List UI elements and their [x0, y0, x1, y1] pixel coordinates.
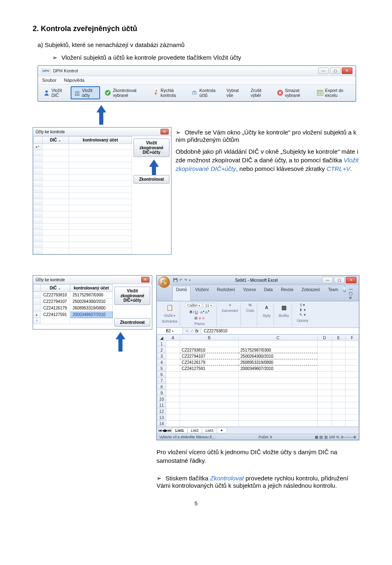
tab-domu[interactable]: Domů — [172, 286, 191, 301]
cell[interactable]: CZ24127591 — [180, 365, 238, 372]
cell[interactable] — [332, 408, 345, 415]
cell[interactable] — [345, 353, 359, 359]
minimize-button[interactable]: — — [322, 277, 333, 283]
zkontrolovat-vybrane-button[interactable]: Zkontrolovat vybrané — [102, 87, 148, 99]
row-header[interactable]: 4 — [157, 359, 166, 365]
cell[interactable] — [317, 402, 332, 408]
cell[interactable] — [166, 378, 180, 384]
zkontrolovat-button[interactable]: Zkontrolovat — [114, 318, 150, 327]
office-button[interactable] — [158, 276, 170, 288]
select-all-cell[interactable]: ◢ — [157, 335, 166, 341]
sheet-tab-list2[interactable]: List2 — [187, 428, 202, 433]
cell[interactable] — [317, 384, 332, 390]
maximize-button[interactable]: ▢ — [330, 67, 341, 74]
menu-soubor[interactable]: Soubor — [42, 78, 56, 83]
spreadsheet-grid[interactable]: ◢ABCDEF 12CZ22793810251752987/03003CZ227… — [157, 334, 359, 427]
row-header[interactable]: 13 — [157, 415, 166, 421]
cell[interactable] — [332, 372, 345, 378]
zkontrolovat-button[interactable]: Zkontrolovat — [134, 175, 169, 184]
tab-team[interactable]: Team — [325, 286, 342, 301]
cell[interactable]: 2500264300/2010 — [238, 353, 317, 359]
name-box[interactable]: B2 ▾ — [157, 328, 183, 334]
close-button[interactable]: ✕ — [342, 67, 352, 74]
cell[interactable] — [317, 396, 332, 402]
paste-icon[interactable]: 📋 — [165, 303, 174, 312]
save-icon[interactable]: 💾 — [173, 278, 178, 282]
row-header[interactable]: 5 — [157, 365, 166, 372]
export-excel-button[interactable]: Export do excelu — [314, 87, 353, 99]
smazat-vybrane-button[interactable]: Smazat vybrané — [274, 87, 312, 99]
cell[interactable] — [180, 372, 238, 378]
border-button[interactable]: ⊞ — [194, 316, 198, 320]
cell[interactable] — [180, 378, 238, 384]
new-sheet-tab[interactable]: ✦ — [216, 428, 227, 433]
menu-napoveda[interactable]: Nápověda — [64, 78, 84, 83]
row-header[interactable]: 9 — [157, 390, 166, 396]
cell[interactable] — [332, 347, 345, 353]
col-ucet[interactable]: kontrolovaný účet — [70, 285, 112, 292]
vlozit-zkopirovane-button[interactable]: Vložit zkopírované DIČ+účty — [114, 287, 150, 305]
cell[interactable] — [332, 390, 345, 396]
italic-button[interactable]: I — [193, 310, 194, 314]
row-header[interactable]: 10 — [157, 396, 166, 402]
cell[interactable] — [166, 384, 180, 390]
vlozit-zkopirovane-button[interactable]: Vložit zkopírované DIČ+účty — [134, 139, 169, 157]
cell[interactable] — [166, 415, 180, 421]
cell[interactable] — [332, 421, 345, 427]
tab-rozlozeni[interactable]: Rozložení — [213, 286, 238, 301]
zoom-in-button[interactable]: ⊕ — [353, 435, 356, 439]
cell[interactable] — [332, 384, 345, 390]
cell[interactable] — [238, 421, 317, 427]
cell[interactable]: 251752987/0300 — [238, 347, 317, 353]
cell[interactable] — [166, 372, 180, 378]
col-header[interactable]: C — [238, 335, 317, 341]
cell[interactable] — [317, 421, 332, 427]
cell[interactable] — [345, 421, 359, 427]
tab-vzorce[interactable]: Vzorce — [240, 286, 260, 301]
sheet-nav-first[interactable]: ⏮ — [158, 428, 162, 433]
row-header[interactable]: 7 — [157, 378, 166, 384]
cell[interactable] — [166, 402, 180, 408]
cell[interactable] — [238, 396, 317, 402]
help-button[interactable]: ? — [343, 286, 346, 292]
view-pagebreak-button[interactable]: ▥ — [324, 435, 328, 439]
cell[interactable] — [180, 415, 238, 421]
row-header[interactable]: 11 — [157, 402, 166, 408]
cell[interactable] — [238, 415, 317, 421]
cell[interactable] — [317, 378, 332, 384]
view-layout-button[interactable]: ▤ — [319, 435, 323, 439]
cell[interactable] — [166, 408, 180, 415]
view-normal-button[interactable]: ▦ — [315, 435, 318, 439]
cell[interactable] — [332, 378, 345, 384]
cell[interactable] — [238, 378, 317, 384]
autosum-button[interactable]: Σ ▾ — [300, 303, 305, 307]
fill-color-button[interactable]: ◆ — [198, 316, 201, 320]
cell[interactable] — [166, 421, 180, 427]
tab-revize[interactable]: Revize — [277, 286, 297, 301]
underline-button[interactable]: U — [195, 310, 198, 314]
col-header[interactable]: A — [166, 335, 180, 341]
cell[interactable] — [180, 341, 238, 347]
tab-zobrazeni[interactable]: Zobrazení — [298, 286, 324, 301]
fx-button[interactable]: fx — [195, 329, 198, 333]
align-icon[interactable]: ≡ — [229, 303, 231, 307]
fill-button[interactable]: ⬇ ▾ — [299, 308, 306, 312]
cell[interactable] — [166, 390, 180, 396]
row-header[interactable]: 3 — [157, 353, 166, 359]
cell[interactable] — [317, 372, 332, 378]
cell-dic[interactable]: CZ24127591 — [41, 312, 70, 318]
cell[interactable] — [332, 353, 345, 359]
cell[interactable] — [166, 341, 180, 347]
formula-input[interactable]: CZ22793810 — [201, 328, 359, 334]
font-grow-button[interactable]: A▴ — [200, 309, 204, 314]
dialog-close-button[interactable]: ✕ — [160, 129, 169, 135]
cell[interactable] — [317, 359, 332, 365]
col-dic[interactable]: DIČ▲ — [41, 285, 70, 292]
row-header[interactable]: 1 — [157, 341, 166, 347]
cell[interactable] — [345, 408, 359, 415]
cell[interactable] — [332, 396, 345, 402]
cell[interactable] — [180, 390, 238, 396]
row-header[interactable]: 6 — [157, 372, 166, 378]
zoom-level[interactable]: 100 % — [329, 435, 340, 439]
cell[interactable] — [166, 359, 180, 365]
